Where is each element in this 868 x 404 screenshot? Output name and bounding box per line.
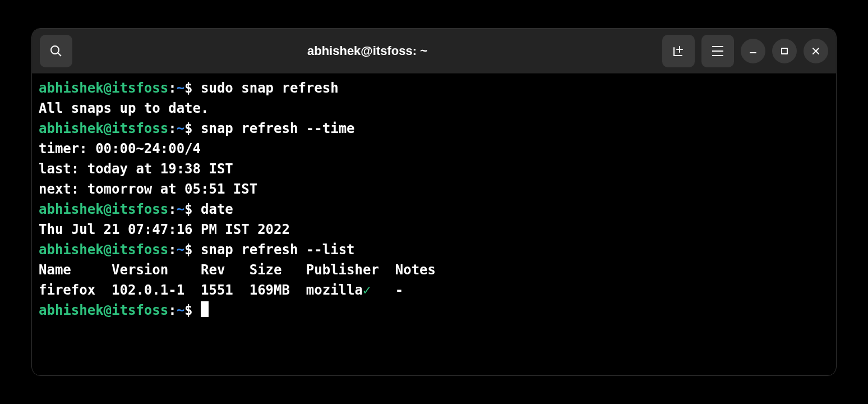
path: ~ <box>177 80 184 96</box>
titlebar-left <box>40 35 72 67</box>
prompt-line: abhishek@itsfoss:~$ <box>39 300 829 320</box>
table-row: firefox 102.0.1-1 1551 169MB mozilla✓ - <box>39 280 829 300</box>
command-text: snap refresh --time <box>201 121 355 136</box>
close-icon <box>811 46 821 56</box>
verified-check-icon: ✓ <box>363 282 371 298</box>
titlebar-right <box>662 35 828 67</box>
cursor <box>201 301 209 317</box>
search-button[interactable] <box>40 35 72 67</box>
output-line: last: today at 19:38 IST <box>39 159 829 179</box>
new-tab-button[interactable] <box>662 35 695 67</box>
titlebar[interactable]: abhishek@itsfoss: ~ <box>32 29 836 74</box>
menu-button[interactable] <box>701 35 734 67</box>
prompt-line: abhishek@itsfoss:~$ date <box>39 199 829 219</box>
command-text: date <box>201 201 233 217</box>
search-icon <box>49 44 63 58</box>
prompt-line: abhishek@itsfoss:~$ snap refresh --list <box>39 240 829 260</box>
terminal-body[interactable]: abhishek@itsfoss:~$ sudo snap refresh Al… <box>32 74 836 325</box>
terminal-window: abhishek@itsfoss: ~ <box>31 28 837 376</box>
new-tab-icon <box>672 44 685 58</box>
svg-rect-5 <box>782 48 787 54</box>
output-line: next: tomorrow at 05:51 IST <box>39 179 829 199</box>
user-host: abhishek@itsfoss <box>39 80 168 96</box>
close-button[interactable] <box>804 39 828 63</box>
user-host: abhishek@itsfoss <box>39 302 168 318</box>
user-host: abhishek@itsfoss <box>39 121 168 136</box>
command-text: snap refresh --list <box>201 242 355 258</box>
output-line: All snaps up to date. <box>39 98 829 118</box>
maximize-icon <box>779 46 789 56</box>
user-host: abhishek@itsfoss <box>39 242 168 258</box>
hamburger-menu-icon <box>712 44 723 58</box>
maximize-button[interactable] <box>772 39 797 63</box>
svg-line-1 <box>58 53 61 56</box>
window-title: abhishek@itsfoss: ~ <box>78 44 657 58</box>
prompt-line: abhishek@itsfoss:~$ sudo snap refresh <box>39 78 829 98</box>
user-host: abhishek@itsfoss <box>39 201 168 217</box>
path: ~ <box>177 242 184 258</box>
svg-point-0 <box>51 46 59 54</box>
command-text: sudo snap refresh <box>201 80 339 96</box>
path: ~ <box>177 121 184 136</box>
prompt-line: abhishek@itsfoss:~$ snap refresh --time <box>39 118 829 139</box>
path: ~ <box>177 302 184 318</box>
output-line: timer: 00:00~24:00/4 <box>39 139 829 159</box>
minimize-icon <box>748 46 758 56</box>
minimize-button[interactable] <box>741 39 765 63</box>
table-header: Name Version Rev Size Publisher Notes <box>39 260 829 280</box>
output-line: Thu Jul 21 07:47:16 PM IST 2022 <box>39 219 829 240</box>
path: ~ <box>177 201 184 217</box>
